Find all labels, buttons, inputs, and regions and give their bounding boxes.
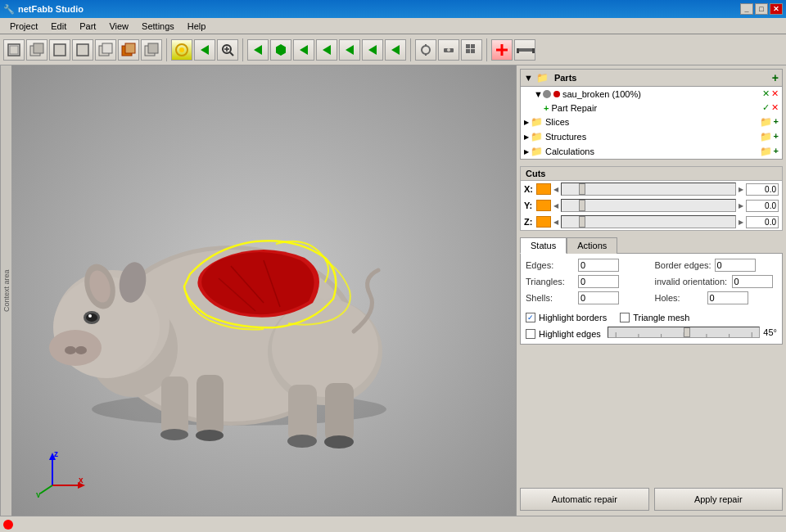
highlight-edges-angle: 45°: [763, 327, 777, 337]
parts-add-button[interactable]: +: [772, 71, 779, 84]
toolbar-zoom[interactable]: [217, 39, 238, 61]
apply-repair-button[interactable]: Apply repair: [654, 488, 784, 511]
toolbar-settings1[interactable]: [415, 39, 436, 61]
minimize-button[interactable]: _: [740, 3, 753, 15]
menu-edit[interactable]: Edit: [44, 20, 73, 33]
svg-marker-19: [254, 45, 262, 55]
axis-svg: z x y: [36, 449, 93, 498]
cut-z-value[interactable]: [746, 216, 779, 228]
tree-expand-icon-2: ▼: [534, 89, 543, 99]
slices-add-btn[interactable]: +: [774, 116, 779, 128]
tree-row-structures[interactable]: ▶ 📁 Structures 📁 +: [521, 129, 782, 144]
toolbar-view-iso2[interactable]: [95, 39, 116, 61]
tree-row-calculations[interactable]: ▶ 📁 Calculations 📁 +: [521, 144, 782, 159]
toolbar-view-iso1[interactable]: [26, 39, 47, 61]
menu-settings[interactable]: Settings: [135, 20, 181, 33]
menu-help[interactable]: Help: [181, 20, 213, 33]
toolbar-hexagon[interactable]: [270, 39, 291, 61]
toolbar-view-front[interactable]: [3, 39, 25, 61]
cut-y-arrow-left[interactable]: ◀: [553, 202, 558, 210]
cut-x-label: X:: [524, 184, 534, 194]
viewport[interactable]: z x y: [11, 65, 516, 516]
cut-y-slider[interactable]: [561, 199, 736, 212]
cut-y-thumb[interactable]: [579, 200, 585, 211]
svg-rect-7: [102, 43, 112, 53]
parts-tree-header: ▼ 📁 Parts +: [521, 70, 782, 87]
toolbar-settings2[interactable]: [438, 39, 459, 61]
checkbox-highlight-edges[interactable]: [526, 329, 535, 339]
toolbar-measure[interactable]: [514, 39, 535, 61]
part-name: sau_broken (100%): [562, 89, 641, 99]
svg-rect-32: [471, 44, 475, 48]
cut-z-slider[interactable]: [561, 215, 736, 228]
cut-z-toggle[interactable]: [536, 216, 551, 228]
maximize-button[interactable]: □: [755, 3, 768, 15]
structures-add-btn[interactable]: +: [774, 131, 779, 142]
structures-folder-btn[interactable]: 📁: [760, 131, 772, 142]
cut-x-value[interactable]: [746, 183, 779, 196]
titlebar-controls[interactable]: _ □ ✕: [740, 3, 783, 15]
part-remove-icon[interactable]: ✕: [771, 88, 779, 99]
menu-view[interactable]: View: [102, 20, 135, 33]
parts-tree: ▼ 📁 Parts + ▼ sau_broken (100%) ✕ ✕ +: [520, 69, 783, 160]
toolbar-view-iso4[interactable]: [141, 39, 162, 61]
toolbar-arrow2[interactable]: [293, 39, 314, 61]
toolbar-add[interactable]: [491, 39, 513, 61]
svg-rect-37: [517, 48, 535, 52]
checkbox-triangle-mesh-row: Triangle mesh: [620, 313, 689, 322]
highlight-edges-slider[interactable]: [608, 327, 761, 338]
menu-part[interactable]: Part: [73, 20, 102, 33]
tree-expand-icon[interactable]: ▼: [524, 73, 533, 83]
toolbar-view-top[interactable]: [49, 39, 70, 61]
highlight-borders-label: Highlight borders: [539, 313, 607, 322]
svg-text:y: y: [36, 490, 41, 498]
menu-project[interactable]: Project: [3, 20, 44, 33]
svg-point-26: [422, 46, 430, 54]
calculations-add-btn[interactable]: +: [774, 146, 779, 157]
close-button[interactable]: ✕: [770, 3, 783, 15]
tree-row-sau-broken[interactable]: ▼ sau_broken (100%) ✕ ✕: [531, 87, 782, 101]
tab-actions[interactable]: Actions: [567, 237, 617, 254]
svg-marker-22: [323, 45, 331, 55]
cut-y-toggle[interactable]: [536, 200, 551, 211]
repair-remove-icon[interactable]: ✕: [771, 102, 779, 113]
cuts-title: Cuts: [521, 167, 782, 181]
toolbar-rotate[interactable]: [171, 39, 192, 61]
automatic-repair-button[interactable]: Automatic repair: [520, 488, 649, 511]
cut-y-value[interactable]: [746, 200, 779, 212]
toolbar-arrow4[interactable]: [339, 39, 360, 61]
toolbar-arrow5[interactable]: [362, 39, 383, 61]
slices-folder-btn[interactable]: 📁: [760, 116, 772, 128]
checkbox-highlight-borders[interactable]: [526, 313, 535, 322]
svg-marker-14: [201, 45, 209, 55]
toolbar-view-right[interactable]: [72, 39, 93, 61]
calculations-folder-btn[interactable]: 📁: [760, 146, 772, 157]
structures-label: Structures: [545, 132, 586, 142]
tree-row-slices[interactable]: ▶ 📁 Slices 📁 +: [521, 115, 782, 129]
cut-x-thumb[interactable]: [579, 183, 585, 195]
shells-label: Shells:: [526, 293, 575, 303]
cut-y-arrow-right[interactable]: ▶: [739, 202, 743, 210]
cut-x-arrow-left[interactable]: ◀: [553, 186, 558, 193]
checkbox-triangle-mesh[interactable]: [620, 313, 630, 322]
svg-rect-1: [10, 46, 18, 54]
status-field-border-edges: Border edges:: [655, 259, 778, 272]
toolbar-grid[interactable]: [461, 39, 482, 61]
cut-x-slider[interactable]: [561, 183, 736, 196]
cut-x-arrow-right[interactable]: ▶: [739, 186, 743, 193]
status-field-edges: Edges:: [526, 259, 648, 272]
cut-z-arrow-left[interactable]: ◀: [553, 219, 558, 226]
toolbar-view-iso3[interactable]: [118, 39, 139, 61]
toolbar-arrow-left[interactable]: [194, 39, 215, 61]
cut-z-arrow-right[interactable]: ▶: [739, 219, 743, 226]
tab-status[interactable]: Status: [520, 237, 567, 254]
status-fields-grid: Edges: Border edges: Triangles: invalid …: [526, 259, 777, 304]
context-area-label: Context area: [0, 65, 11, 516]
toolbar-arrow1[interactable]: [247, 39, 269, 61]
svg-point-13: [179, 47, 184, 52]
tree-row-part-repair[interactable]: + Part Repair ✓ ✕: [540, 101, 782, 115]
cut-z-thumb[interactable]: [579, 216, 585, 228]
toolbar-arrow6[interactable]: [385, 39, 406, 61]
cut-x-toggle[interactable]: [536, 183, 551, 195]
toolbar-arrow3[interactable]: [316, 39, 337, 61]
